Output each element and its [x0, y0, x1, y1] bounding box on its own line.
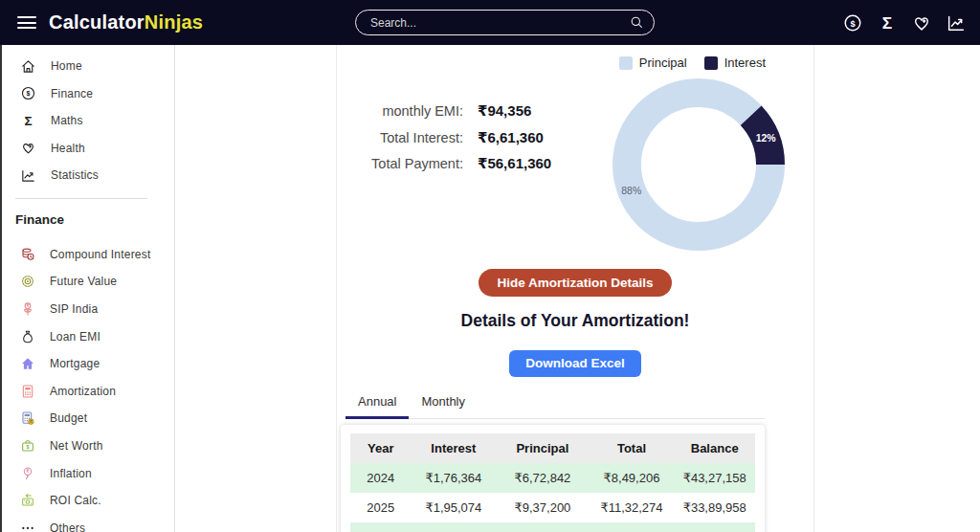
- chart-line-icon[interactable]: [946, 12, 967, 33]
- svg-text:₹: ₹: [26, 468, 30, 474]
- amortization-table: YearInterestPrincipalTotalBalance 2024₹1…: [350, 433, 755, 532]
- sidebar-item-compound-interest[interactable]: Compound Interest: [0, 241, 174, 269]
- table-header-cell: Balance: [674, 433, 755, 463]
- legend-item-interest[interactable]: Interest: [704, 55, 766, 70]
- legend-item-principal[interactable]: Principal: [619, 55, 687, 70]
- emi-summary-row: monthly EMI:₹94,356Total Interest:₹6,61,…: [337, 70, 813, 257]
- table-cell: ₹1,76,364: [411, 463, 496, 493]
- table-cell: ₹8,49,206: [590, 463, 675, 493]
- sidebar-item-statistics[interactable]: Statistics: [0, 162, 174, 189]
- sidebar-item-amortization[interactable]: Amortization: [0, 377, 174, 405]
- svg-text:Σ: Σ: [882, 12, 892, 32]
- sidebar-item-net-worth[interactable]: $Net Worth: [0, 432, 174, 460]
- stat-row: monthly EMI:₹94,356: [337, 102, 551, 129]
- stat-label: Total Interest:: [337, 130, 463, 145]
- target-icon: [20, 274, 35, 289]
- sigma-icon: Σ: [20, 113, 36, 129]
- stat-value: ₹94,356: [463, 102, 531, 120]
- sidebar-item-label: ROI Calc.: [50, 494, 101, 507]
- sidebar-item-finance[interactable]: $Finance: [0, 80, 174, 108]
- table-cell: 2026: [350, 522, 411, 532]
- window-edge-scrollbar[interactable]: [0, 45, 2, 532]
- search-icon[interactable]: [629, 14, 644, 30]
- calculator-coin-icon: $: [20, 410, 35, 426]
- sidebar-item-home[interactable]: Home: [0, 53, 174, 80]
- dots-icon: [20, 521, 35, 532]
- plant-icon: ₹: [20, 301, 35, 317]
- sidebar-item-label: Budget: [50, 411, 87, 425]
- sigma-icon[interactable]: Σ: [877, 12, 898, 33]
- sidebar-item-label: Net Worth: [50, 439, 103, 453]
- hide-amortization-details-button[interactable]: Hide Amortization Details: [479, 269, 671, 297]
- sidebar-item-sip-india[interactable]: ₹SIP India: [0, 296, 174, 323]
- results-panel: PrincipalInterest monthly EMI:₹94,356Tot…: [336, 45, 814, 532]
- legend-label: Principal: [639, 55, 687, 70]
- sidebar-item-label: SIP India: [50, 302, 98, 316]
- logo[interactable]: CalculatorNinjas: [49, 11, 203, 33]
- table-cell: ₹6,72,842: [496, 463, 589, 493]
- sidebar-item-label: Statistics: [51, 168, 99, 182]
- table-cell: ₹1,95,074: [411, 493, 496, 522]
- table-cell: ₹1,47,125: [411, 522, 496, 532]
- sidebar-item-label: Loan EMI: [50, 330, 100, 344]
- house-icon: [20, 356, 35, 371]
- hamburger-menu-icon[interactable]: [17, 13, 36, 33]
- table-header-cell: Interest: [411, 433, 496, 463]
- sidebar-item-label: Inflation: [50, 467, 92, 480]
- top-navbar: CalculatorNinjas $Σ: [0, 0, 980, 45]
- sidebar-item-label: Compound Interest: [50, 248, 150, 261]
- main-area: PrincipalInterest monthly EMI:₹94,356Tot…: [175, 45, 980, 532]
- tab-annual[interactable]: Annual: [345, 388, 409, 419]
- table-header-cell: Year: [350, 433, 411, 463]
- chart-line-icon: [20, 167, 36, 184]
- sidebar-finance-list: Compound InterestFuture Value₹SIP IndiaL…: [0, 241, 174, 532]
- legend-swatch: [704, 56, 718, 70]
- sidebar-item-budget[interactable]: $Budget: [0, 405, 174, 432]
- amortization-heading: Details of Your Amortization!: [337, 311, 813, 331]
- table-header-cell: Principal: [496, 433, 589, 463]
- sidebar-item-roi-calc-[interactable]: ROI Calc.: [0, 487, 174, 515]
- svg-text:$: $: [850, 18, 855, 28]
- amortization-tabs: Annual Monthly: [345, 388, 765, 419]
- search-input[interactable]: [355, 10, 655, 35]
- download-excel-button[interactable]: Download Excel: [509, 350, 641, 377]
- sidebar-item-label: Finance: [51, 87, 93, 100]
- table-row: 2026₹1,47,125₹9,85,149₹11,32,274₹24,04,8…: [350, 522, 755, 532]
- home-icon: [20, 58, 36, 75]
- sidebar-item-inflation[interactable]: ₹Inflation: [0, 459, 174, 487]
- svg-text:$: $: [27, 444, 30, 450]
- sidebar-item-mortgage[interactable]: Mortgage: [0, 350, 174, 378]
- tab-monthly[interactable]: Monthly: [409, 388, 478, 419]
- sidebar-item-future-value[interactable]: Future Value: [0, 268, 174, 296]
- dollar-circle-icon[interactable]: $: [842, 12, 863, 33]
- svg-text:Σ: Σ: [24, 114, 32, 128]
- stat-value: ₹56,61,360: [463, 155, 551, 172]
- heart-plus-icon: [20, 140, 36, 156]
- legend-swatch: [619, 56, 633, 70]
- table-cell: ₹43,27,158: [674, 463, 755, 493]
- stat-row: Total Interest:₹6,61,360: [337, 129, 551, 156]
- heart-plus-icon[interactable]: [911, 12, 932, 33]
- calculator-icon: [20, 384, 35, 399]
- sidebar-section-title: Finance: [15, 212, 174, 227]
- sidebar: Home$FinanceΣMathsHealthStatistics Finan…: [0, 45, 175, 532]
- sidebar-item-health[interactable]: Health: [0, 135, 174, 163]
- search-bar: [355, 10, 655, 35]
- stat-label: monthly EMI:: [337, 103, 463, 119]
- table-row: 2025₹1,95,074₹9,37,200₹11,32,274₹33,89,9…: [350, 493, 755, 522]
- sidebar-item-loan-emi[interactable]: Loan EMI: [0, 322, 174, 350]
- table-header-cell: Total: [590, 433, 675, 463]
- table-cell: ₹33,89,958: [674, 493, 755, 522]
- stat-value: ₹6,61,360: [463, 129, 544, 146]
- dollar-circle-icon: $: [20, 85, 36, 101]
- logo-part1: Calculator: [49, 11, 145, 33]
- table-cell: ₹9,37,200: [496, 493, 589, 522]
- sidebar-item-maths[interactable]: ΣMaths: [0, 107, 174, 135]
- stat-label: Total Payment:: [337, 156, 463, 171]
- table-cell: ₹9,85,149: [496, 522, 589, 532]
- sidebar-item-others[interactable]: Others: [0, 514, 174, 532]
- legend-label: Interest: [724, 55, 766, 70]
- sidebar-divider: [15, 198, 147, 199]
- table-header-row: YearInterestPrincipalTotalBalance: [350, 433, 755, 463]
- sidebar-item-label: Mortgage: [50, 357, 100, 370]
